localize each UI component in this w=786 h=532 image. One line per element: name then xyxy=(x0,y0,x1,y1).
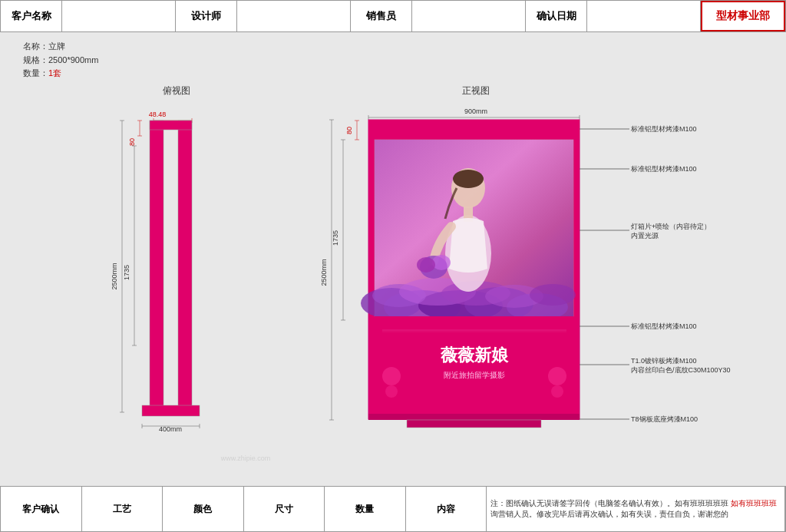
svg-point-30 xyxy=(453,170,484,188)
sign-base-foot xyxy=(407,420,541,428)
footer-col1: 客户确认 xyxy=(1,487,82,531)
side-top-connector xyxy=(150,121,192,130)
brand-label: 型材事业部 xyxy=(701,1,785,31)
product-spec: 规格：2500*900mm xyxy=(23,54,98,68)
ann3-text-line1: 灯箱片+喷绘（内容待定） xyxy=(631,223,711,230)
ann1-text: 标准铝型材烤漆M100 xyxy=(630,125,697,133)
svg-point-37 xyxy=(382,367,401,385)
ann6-text: T8钢板底座烤漆M100 xyxy=(631,415,698,423)
spec-label: 规格： xyxy=(23,55,48,64)
qty-label: 数量： xyxy=(23,68,48,78)
footer-col3: 颜色 xyxy=(163,487,244,531)
footer-row: 客户确认 工艺 颜色 尺寸 数量 内容 注：图纸确认无误请签字回传（电脑签名确认… xyxy=(0,486,786,532)
side-dim-48: 48.48 xyxy=(149,111,167,118)
top-width-dim: 900mm xyxy=(464,107,487,115)
header-row: 客户名称 设计师 销售员 确认日期 型材事业部 xyxy=(0,0,786,32)
footer-note: 注：图纸确认无误请签字回传（电脑签名确认有效）。如有班班班班班 如有班班班班 询… xyxy=(487,487,785,531)
ann4-text: 标准铝型材烤漆M100 xyxy=(630,322,697,330)
spec-value: 2500*900mm xyxy=(48,55,98,64)
footer-col6: 内容 xyxy=(406,487,487,531)
technical-drawing: 俯视图 48.48 80 1735 2500mm 4 xyxy=(15,54,768,484)
sign-bottom-bar xyxy=(368,414,580,420)
product-info: 名称：立牌 规格：2500*900mm 数量：1套 xyxy=(23,40,98,81)
confirm-date-value xyxy=(587,1,701,31)
brand-name-text: 薇薇新娘 xyxy=(441,345,509,365)
ann5-text-line2: 内容丝印白色/底纹C30M100Y30 xyxy=(631,366,731,374)
customer-value xyxy=(62,1,176,31)
designer-label: 设计师 xyxy=(176,1,237,31)
note-red: 如有班班班班 xyxy=(728,499,777,507)
note-line2: 询营销人员。修改完毕后请再次确认，如有失误，责任自负，谢谢您的 xyxy=(490,509,728,520)
svg-point-39 xyxy=(385,385,398,398)
side-total-2500: 2500mm xyxy=(111,263,118,289)
front-height-1735: 1735 xyxy=(332,230,339,246)
customer-label: 客户名称 xyxy=(1,1,62,31)
qty-value: 1套 xyxy=(48,68,61,78)
sign-brand-section xyxy=(375,320,573,414)
name-value: 立牌 xyxy=(48,41,65,51)
side-base xyxy=(142,405,200,416)
side-height-1735: 1735 xyxy=(123,265,130,280)
product-name: 名称：立牌 xyxy=(23,40,98,54)
footer-col4: 尺寸 xyxy=(244,487,325,531)
salesperson-label: 销售员 xyxy=(351,1,412,31)
name-label: 名称： xyxy=(23,41,48,51)
side-right-col xyxy=(178,121,192,412)
svg-point-33 xyxy=(432,255,451,270)
svg-point-40 xyxy=(551,385,563,398)
side-view-label: 俯视图 xyxy=(163,85,190,96)
ann5-text-line1: T1.0镀锌板烤漆M100 xyxy=(631,357,697,365)
note-line1: 注：图纸确认无误请签字回传（电脑签名确认有效）。如有班班班班班 如有班班班班 xyxy=(490,498,777,509)
footer-col2: 工艺 xyxy=(82,487,163,531)
front-view-label: 正视图 xyxy=(462,85,490,96)
svg-point-38 xyxy=(548,367,566,385)
side-left-col xyxy=(150,121,163,412)
side-base-width: 400mm xyxy=(159,425,182,433)
ann2-text: 标准铝型材烤漆M100 xyxy=(630,165,697,173)
side-dim-80: 80 xyxy=(128,138,136,146)
product-qty: 数量：1套 xyxy=(23,67,98,81)
front-total-2500: 2500mm xyxy=(320,259,328,286)
brand-sub-text: 附近旅拍留学摄影 xyxy=(444,371,505,379)
sign-mid-divider xyxy=(375,316,573,320)
svg-point-34 xyxy=(417,257,435,273)
salesperson-value xyxy=(412,1,526,31)
ann3-text-line2: 内置光源 xyxy=(631,232,659,240)
svg-point-27 xyxy=(530,284,576,306)
footer-col5: 数量 xyxy=(325,487,406,531)
main-drawing-area: 名称：立牌 规格：2500*900mm 数量：1套 俯视图 48.48 80 xyxy=(0,32,786,486)
confirm-date-label: 确认日期 xyxy=(526,1,587,31)
front-dim-80: 80 xyxy=(345,127,353,134)
sign-top-bar xyxy=(368,120,580,139)
watermark-text: www.zhipie.com xyxy=(220,454,271,462)
designer-value xyxy=(237,1,351,31)
